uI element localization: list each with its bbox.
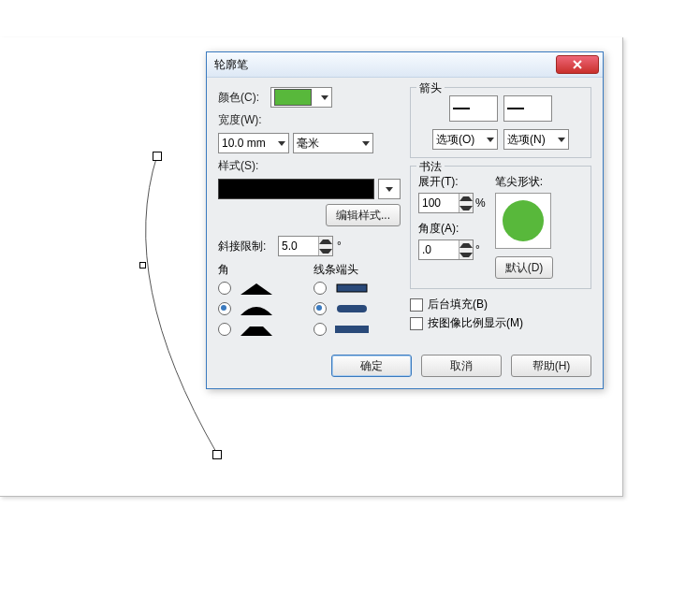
miter-label: 斜接限制:: [218, 239, 274, 254]
dialog-title: 轮廓笔: [214, 57, 248, 73]
chevron-down-icon: [278, 141, 285, 146]
bg-fill-label: 后台填充(B): [428, 297, 488, 312]
arrow-line-icon: [507, 108, 524, 109]
arrow-fieldset: 箭头 选项(O) 选项(N): [410, 87, 591, 158]
spin-down-icon[interactable]: [459, 203, 473, 212]
chevron-down-icon: [487, 138, 494, 142]
style-dropdown[interactable]: [378, 179, 401, 199]
corner-bevel-icon: [239, 323, 274, 336]
unit-dropdown[interactable]: 毫米: [293, 133, 373, 153]
cap-flat-icon: [334, 282, 370, 295]
pen-shape-label: 笔尖形状:: [495, 174, 554, 190]
arrow-end-dropdown[interactable]: [503, 95, 552, 122]
width-dropdown[interactable]: 10.0 mm: [218, 133, 289, 153]
miter-spinner[interactable]: [278, 236, 333, 256]
angle-input[interactable]: [419, 240, 459, 259]
spin-up-icon[interactable]: [319, 237, 332, 246]
cap-square-radio[interactable]: [314, 323, 327, 336]
cap-round-radio[interactable]: [314, 302, 327, 315]
color-dropdown[interactable]: [270, 87, 332, 108]
chevron-down-icon: [386, 187, 393, 192]
angle-label: 角度(A):: [418, 221, 486, 237]
close-icon: [572, 60, 583, 69]
spin-down-icon[interactable]: [319, 246, 332, 255]
curve-node-mid[interactable]: [139, 262, 146, 268]
unit-value: 毫米: [297, 136, 319, 152]
svg-rect-2: [337, 305, 367, 312]
cap-flat-radio[interactable]: [314, 282, 327, 295]
arrow-option-right[interactable]: 选项(N): [503, 129, 569, 150]
cancel-button[interactable]: 取消: [421, 355, 502, 377]
dialog-titlebar[interactable]: 轮廓笔: [207, 52, 603, 78]
width-label: 宽度(W):: [218, 112, 267, 128]
angle-spinner[interactable]: [418, 239, 474, 260]
corner-round-icon: [239, 302, 274, 315]
calligraphy-label: 书法: [416, 159, 445, 175]
miter-input[interactable]: [279, 237, 318, 255]
close-button[interactable]: [556, 55, 599, 74]
degree-symbol: °: [475, 243, 480, 256]
width-value: 10.0 mm: [222, 137, 266, 150]
spin-up-icon[interactable]: [459, 240, 473, 250]
cap-square-icon: [334, 323, 370, 336]
cap-round-icon: [334, 302, 370, 315]
arrow-start-dropdown[interactable]: [449, 95, 498, 122]
edit-style-button[interactable]: 编辑样式...: [326, 204, 401, 226]
style-preview[interactable]: [218, 179, 374, 199]
corner-round-radio[interactable]: [218, 302, 231, 315]
scale-label: 按图像比例显示(M): [428, 315, 523, 331]
help-button[interactable]: 帮助(H): [511, 355, 591, 377]
color-label: 颜色(C):: [218, 90, 267, 106]
color-swatch: [274, 89, 312, 106]
curve-node-start[interactable]: [153, 152, 162, 161]
svg-rect-3: [335, 326, 369, 333]
svg-rect-0: [337, 284, 367, 292]
corner-miter-icon: [239, 282, 274, 295]
cap-group-label: 线条端头: [314, 262, 401, 278]
stretch-label: 展开(T):: [418, 174, 486, 190]
scale-checkbox[interactable]: [410, 317, 423, 330]
corner-miter-radio[interactable]: [218, 282, 231, 295]
outline-pen-dialog: 轮廓笔 颜色(C): 宽度(W): 10.0 mm: [206, 51, 604, 389]
chevron-down-icon: [558, 138, 565, 142]
chevron-down-icon: [362, 141, 370, 146]
arrow-line-icon: [453, 108, 470, 109]
stretch-spinner[interactable]: [418, 193, 474, 213]
dialog-button-row: 确定 取消 帮助(H): [207, 347, 603, 388]
calligraphy-fieldset: 书法 展开(T): % 角度(A):: [410, 166, 591, 289]
pen-circle-icon: [503, 200, 544, 241]
style-label: 样式(S):: [218, 158, 267, 174]
bg-fill-checkbox[interactable]: [410, 298, 423, 312]
corner-group-label: 角: [218, 262, 306, 278]
arrow-option-left[interactable]: 选项(O): [432, 129, 498, 150]
curve-node-end[interactable]: [212, 450, 222, 459]
spin-down-icon[interactable]: [459, 250, 473, 259]
corner-bevel-radio[interactable]: [218, 323, 231, 336]
spin-up-icon[interactable]: [459, 194, 473, 203]
chevron-down-icon: [321, 95, 328, 100]
pen-shape-preview: [495, 193, 551, 249]
ok-button[interactable]: 确定: [331, 355, 412, 377]
default-button[interactable]: 默认(D): [495, 256, 554, 279]
arrow-label: 箭头: [416, 80, 445, 96]
percent-symbol: %: [475, 196, 486, 210]
stretch-input[interactable]: [419, 194, 459, 212]
degree-symbol: °: [337, 239, 342, 253]
